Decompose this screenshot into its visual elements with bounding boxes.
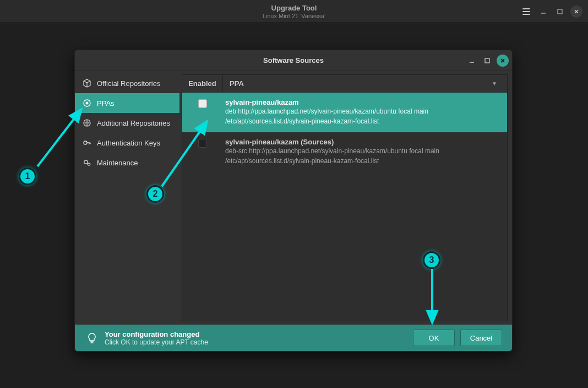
dialog-title: Software Sources	[263, 56, 324, 64]
dialog-close-icon[interactable]	[497, 55, 509, 67]
cell-ppa: sylvain-pineau/kazam (Sources) deb-src h…	[223, 132, 507, 171]
footer-text: Your configuration changed Click OK to u…	[105, 330, 407, 346]
annotation-callout-1: 1	[19, 168, 36, 185]
ok-button[interactable]: OK	[413, 330, 455, 346]
dialog-minimize-icon[interactable]	[466, 55, 478, 67]
dialog-footer: Your configuration changed Click OK to u…	[75, 325, 512, 351]
footer-title: Your configuration changed	[105, 330, 407, 338]
dialog-maximize-icon[interactable]	[481, 55, 493, 67]
outer-titlebar: Upgrade Tool Linux Mint 21 'Vanessa'	[0, 0, 588, 23]
sidebar-item-additional-repositories[interactable]: Additional Repositories	[75, 113, 179, 133]
ppa-deb-line: deb http://ppa.launchpad.net/sylvain-pin…	[225, 106, 500, 116]
sidebar-item-authentication-keys[interactable]: Authentication Keys	[75, 133, 179, 153]
svg-point-6	[84, 160, 88, 164]
cell-enabled	[182, 132, 223, 148]
globe-icon	[83, 118, 91, 127]
sidebar-item-official-repositories[interactable]: Official Repositories	[75, 73, 179, 93]
svg-point-7	[88, 163, 90, 165]
table-header: Enabled PPA ▼	[182, 75, 507, 93]
dialog-window-controls	[466, 50, 509, 71]
target-icon	[83, 99, 91, 107]
sidebar: Official Repositories PPAs Additional Re…	[75, 71, 179, 325]
sidebar-item-maintenance[interactable]: Maintenance	[75, 153, 179, 173]
sidebar-item-ppas[interactable]: PPAs	[75, 93, 179, 113]
lightbulb-icon	[85, 331, 99, 345]
svg-rect-1	[485, 58, 489, 63]
ppa-deb-line: deb-src http://ppa.launchpad.net/sylvain…	[225, 146, 500, 156]
ppa-name: sylvain-pineau/kazam (Sources)	[225, 138, 500, 146]
svg-rect-0	[558, 9, 562, 14]
ppa-list-file: /etc/apt/sources.list.d/sylvain-pineau-k…	[225, 116, 500, 126]
close-icon[interactable]	[570, 6, 582, 18]
cube-icon	[83, 79, 91, 88]
footer-buttons: OK Cancel	[413, 330, 502, 346]
sidebar-item-label: Official Repositories	[97, 79, 160, 88]
sidebar-item-label: PPAs	[97, 99, 115, 107]
dialog-body: Official Repositories PPAs Additional Re…	[75, 71, 512, 325]
annotation-callout-2: 2	[146, 185, 164, 203]
enabled-checkbox[interactable]	[198, 139, 207, 148]
software-sources-dialog: Software Sources Official Repositories P…	[74, 50, 513, 352]
cancel-button[interactable]: Cancel	[460, 330, 502, 346]
annotation-callout-3: 3	[423, 251, 440, 269]
table-body: sylvain-pineau/kazam deb http://ppa.laun…	[182, 93, 507, 321]
minimize-icon[interactable]	[537, 6, 549, 18]
maximize-icon[interactable]	[554, 6, 566, 18]
footer-subtitle: Click OK to update your APT cache	[105, 338, 407, 346]
sidebar-item-label: Authentication Keys	[97, 139, 160, 147]
menu-icon[interactable]	[520, 5, 533, 18]
ppa-table: Enabled PPA ▼ sylvain-pineau/kazam deb h…	[182, 74, 508, 321]
table-row[interactable]: sylvain-pineau/kazam deb http://ppa.laun…	[182, 93, 507, 132]
column-header-ppa[interactable]: PPA ▼	[223, 76, 507, 91]
ppa-name: sylvain-pineau/kazam	[225, 98, 500, 106]
column-header-ppa-label: PPA	[230, 79, 244, 88]
outer-window-title: Upgrade Tool	[263, 4, 326, 12]
gears-icon	[83, 158, 91, 167]
sidebar-item-label: Additional Repositories	[97, 119, 170, 127]
cell-ppa: sylvain-pineau/kazam deb http://ppa.laun…	[223, 93, 507, 132]
key-icon	[83, 138, 91, 147]
column-header-enabled[interactable]: Enabled	[182, 76, 223, 91]
outer-window-subtitle: Linux Mint 21 'Vanessa'	[263, 13, 326, 19]
outer-window-controls	[520, 0, 582, 23]
cell-enabled	[182, 93, 223, 108]
table-row[interactable]: sylvain-pineau/kazam (Sources) deb-src h…	[182, 132, 507, 172]
svg-point-3	[86, 102, 89, 105]
svg-point-5	[84, 141, 87, 144]
sidebar-item-label: Maintenance	[97, 159, 138, 167]
dialog-titlebar: Software Sources	[75, 50, 512, 71]
enabled-checkbox[interactable]	[198, 99, 207, 108]
sort-descending-icon: ▼	[492, 80, 497, 87]
outer-title-block: Upgrade Tool Linux Mint 21 'Vanessa'	[263, 4, 326, 19]
ppa-list-file: /etc/apt/sources.list.d/sylvain-pineau-k…	[225, 156, 500, 166]
